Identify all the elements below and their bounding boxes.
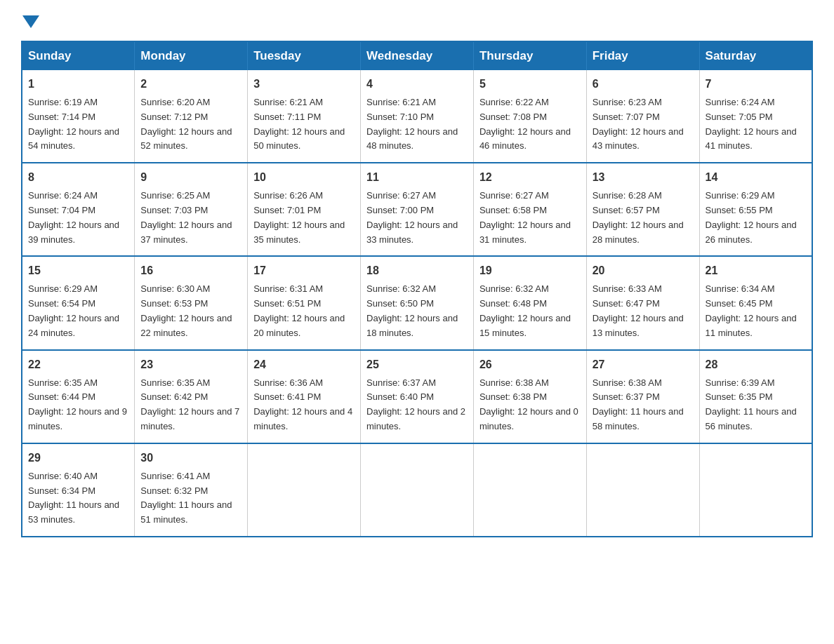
calendar-cell: 26Sunrise: 6:38 AMSunset: 6:38 PMDayligh… bbox=[473, 350, 586, 443]
day-info: Sunrise: 6:36 AMSunset: 6:41 PMDaylight:… bbox=[253, 376, 355, 434]
calendar-cell: 18Sunrise: 6:32 AMSunset: 6:50 PMDayligh… bbox=[361, 256, 474, 349]
calendar-cell: 14Sunrise: 6:29 AMSunset: 6:55 PMDayligh… bbox=[699, 163, 812, 256]
day-info: Sunrise: 6:24 AMSunset: 7:04 PMDaylight:… bbox=[28, 189, 128, 247]
day-number: 19 bbox=[479, 262, 581, 279]
calendar-cell: 17Sunrise: 6:31 AMSunset: 6:51 PMDayligh… bbox=[248, 256, 361, 349]
day-info: Sunrise: 6:32 AMSunset: 6:50 PMDaylight:… bbox=[366, 282, 468, 340]
calendar-cell: 12Sunrise: 6:27 AMSunset: 6:58 PMDayligh… bbox=[473, 163, 586, 256]
day-number: 15 bbox=[28, 262, 128, 279]
day-number: 5 bbox=[479, 76, 581, 93]
day-info: Sunrise: 6:24 AMSunset: 7:05 PMDaylight:… bbox=[706, 95, 806, 154]
day-number: 30 bbox=[140, 450, 241, 467]
day-info: Sunrise: 6:27 AMSunset: 7:00 PMDaylight:… bbox=[366, 189, 468, 247]
day-info: Sunrise: 6:28 AMSunset: 6:57 PMDaylight:… bbox=[593, 189, 694, 247]
day-info: Sunrise: 6:19 AMSunset: 7:14 PMDaylight:… bbox=[28, 95, 128, 154]
calendar-cell: 1Sunrise: 6:19 AMSunset: 7:14 PMDaylight… bbox=[22, 70, 135, 163]
day-header-tuesday: Tuesday bbox=[248, 41, 361, 70]
day-header-monday: Monday bbox=[135, 41, 248, 70]
day-info: Sunrise: 6:29 AMSunset: 6:55 PMDaylight:… bbox=[706, 189, 806, 247]
day-number: 6 bbox=[593, 76, 694, 93]
day-number: 29 bbox=[28, 450, 128, 467]
day-info: Sunrise: 6:38 AMSunset: 6:38 PMDaylight:… bbox=[479, 376, 581, 434]
calendar-cell: 8Sunrise: 6:24 AMSunset: 7:04 PMDaylight… bbox=[22, 163, 135, 256]
calendar-cell: 13Sunrise: 6:28 AMSunset: 6:57 PMDayligh… bbox=[586, 163, 699, 256]
day-number: 20 bbox=[593, 262, 694, 279]
calendar-cell bbox=[473, 443, 586, 537]
day-number: 7 bbox=[706, 76, 806, 93]
day-info: Sunrise: 6:34 AMSunset: 6:45 PMDaylight:… bbox=[706, 282, 806, 340]
calendar-cell: 9Sunrise: 6:25 AMSunset: 7:03 PMDaylight… bbox=[135, 163, 248, 256]
calendar-cell: 16Sunrise: 6:30 AMSunset: 6:53 PMDayligh… bbox=[135, 256, 248, 349]
day-number: 2 bbox=[140, 76, 241, 93]
calendar-cell: 19Sunrise: 6:32 AMSunset: 6:48 PMDayligh… bbox=[473, 256, 586, 349]
day-number: 16 bbox=[140, 262, 241, 279]
day-number: 28 bbox=[706, 356, 806, 373]
day-info: Sunrise: 6:27 AMSunset: 6:58 PMDaylight:… bbox=[479, 189, 581, 247]
day-header-thursday: Thursday bbox=[473, 41, 586, 70]
calendar-cell bbox=[586, 443, 699, 537]
calendar-cell bbox=[699, 443, 812, 537]
day-header-saturday: Saturday bbox=[699, 41, 812, 70]
calendar-cell: 28Sunrise: 6:39 AMSunset: 6:35 PMDayligh… bbox=[699, 350, 812, 443]
day-header-wednesday: Wednesday bbox=[361, 41, 474, 70]
logo bbox=[21, 14, 41, 27]
calendar-week-row: 1Sunrise: 6:19 AMSunset: 7:14 PMDaylight… bbox=[22, 70, 812, 163]
calendar-cell: 4Sunrise: 6:21 AMSunset: 7:10 PMDaylight… bbox=[361, 70, 474, 163]
day-info: Sunrise: 6:32 AMSunset: 6:48 PMDaylight:… bbox=[479, 282, 581, 340]
day-header-sunday: Sunday bbox=[22, 41, 135, 70]
calendar-week-row: 29Sunrise: 6:40 AMSunset: 6:34 PMDayligh… bbox=[22, 443, 812, 537]
day-number: 23 bbox=[140, 356, 241, 373]
day-number: 11 bbox=[366, 169, 468, 186]
calendar-cell: 25Sunrise: 6:37 AMSunset: 6:40 PMDayligh… bbox=[361, 350, 474, 443]
day-info: Sunrise: 6:35 AMSunset: 6:44 PMDaylight:… bbox=[28, 376, 128, 434]
calendar-cell bbox=[361, 443, 474, 537]
day-number: 12 bbox=[479, 169, 581, 186]
day-number: 10 bbox=[253, 169, 355, 186]
day-number: 21 bbox=[706, 262, 806, 279]
day-number: 8 bbox=[28, 169, 128, 186]
calendar-cell: 10Sunrise: 6:26 AMSunset: 7:01 PMDayligh… bbox=[248, 163, 361, 256]
day-info: Sunrise: 6:31 AMSunset: 6:51 PMDaylight:… bbox=[253, 282, 355, 340]
day-info: Sunrise: 6:33 AMSunset: 6:47 PMDaylight:… bbox=[593, 282, 694, 340]
day-info: Sunrise: 6:25 AMSunset: 7:03 PMDaylight:… bbox=[140, 189, 241, 247]
calendar-cell: 23Sunrise: 6:35 AMSunset: 6:42 PMDayligh… bbox=[135, 350, 248, 443]
day-number: 25 bbox=[366, 356, 468, 373]
day-info: Sunrise: 6:41 AMSunset: 6:32 PMDaylight:… bbox=[140, 469, 241, 528]
header bbox=[21, 14, 813, 27]
calendar-cell: 21Sunrise: 6:34 AMSunset: 6:45 PMDayligh… bbox=[699, 256, 812, 349]
calendar-cell: 6Sunrise: 6:23 AMSunset: 7:07 PMDaylight… bbox=[586, 70, 699, 163]
calendar-cell: 30Sunrise: 6:41 AMSunset: 6:32 PMDayligh… bbox=[135, 443, 248, 537]
day-info: Sunrise: 6:20 AMSunset: 7:12 PMDaylight:… bbox=[140, 95, 241, 154]
calendar-cell: 5Sunrise: 6:22 AMSunset: 7:08 PMDaylight… bbox=[473, 70, 586, 163]
calendar-cell: 7Sunrise: 6:24 AMSunset: 7:05 PMDaylight… bbox=[699, 70, 812, 163]
calendar-cell: 24Sunrise: 6:36 AMSunset: 6:41 PMDayligh… bbox=[248, 350, 361, 443]
day-info: Sunrise: 6:38 AMSunset: 6:37 PMDaylight:… bbox=[593, 376, 694, 434]
calendar-cell: 20Sunrise: 6:33 AMSunset: 6:47 PMDayligh… bbox=[586, 256, 699, 349]
day-number: 17 bbox=[253, 262, 355, 279]
day-number: 13 bbox=[593, 169, 694, 186]
day-number: 1 bbox=[28, 76, 128, 93]
logo-triangle-icon bbox=[22, 15, 39, 28]
calendar-cell: 29Sunrise: 6:40 AMSunset: 6:34 PMDayligh… bbox=[22, 443, 135, 537]
day-number: 4 bbox=[366, 76, 468, 93]
day-number: 26 bbox=[479, 356, 581, 373]
day-number: 9 bbox=[140, 169, 241, 186]
calendar-header-row: SundayMondayTuesdayWednesdayThursdayFrid… bbox=[22, 41, 812, 70]
day-number: 27 bbox=[593, 356, 694, 373]
calendar-table: SundayMondayTuesdayWednesdayThursdayFrid… bbox=[21, 41, 813, 537]
day-info: Sunrise: 6:23 AMSunset: 7:07 PMDaylight:… bbox=[593, 95, 694, 154]
calendar-week-row: 8Sunrise: 6:24 AMSunset: 7:04 PMDaylight… bbox=[22, 163, 812, 256]
day-info: Sunrise: 6:21 AMSunset: 7:10 PMDaylight:… bbox=[366, 95, 468, 154]
calendar-week-row: 15Sunrise: 6:29 AMSunset: 6:54 PMDayligh… bbox=[22, 256, 812, 349]
day-number: 3 bbox=[253, 76, 355, 93]
day-header-friday: Friday bbox=[586, 41, 699, 70]
day-info: Sunrise: 6:40 AMSunset: 6:34 PMDaylight:… bbox=[28, 469, 128, 528]
day-info: Sunrise: 6:22 AMSunset: 7:08 PMDaylight:… bbox=[479, 95, 581, 154]
calendar-cell bbox=[248, 443, 361, 537]
calendar-cell: 15Sunrise: 6:29 AMSunset: 6:54 PMDayligh… bbox=[22, 256, 135, 349]
day-info: Sunrise: 6:29 AMSunset: 6:54 PMDaylight:… bbox=[28, 282, 128, 340]
day-info: Sunrise: 6:30 AMSunset: 6:53 PMDaylight:… bbox=[140, 282, 241, 340]
calendar-cell: 2Sunrise: 6:20 AMSunset: 7:12 PMDaylight… bbox=[135, 70, 248, 163]
day-number: 24 bbox=[253, 356, 355, 373]
day-info: Sunrise: 6:21 AMSunset: 7:11 PMDaylight:… bbox=[253, 95, 355, 154]
